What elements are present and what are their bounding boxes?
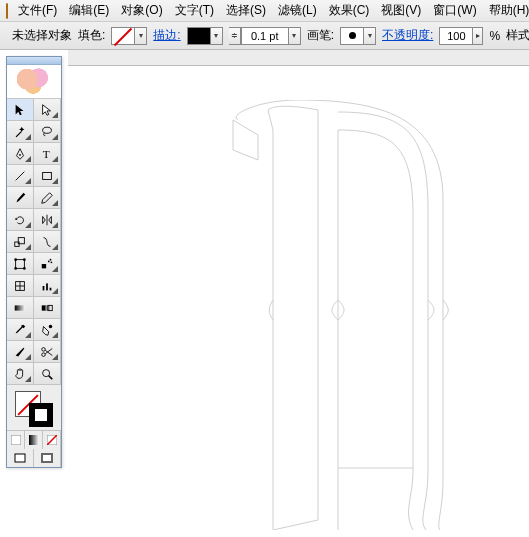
flower-icon [11,68,57,96]
opacity-field[interactable] [439,27,473,45]
line-tool[interactable] [7,165,34,187]
svg-rect-20 [46,283,48,290]
svg-rect-12 [42,264,46,268]
opacity-flyout-icon[interactable]: ▸ [473,27,483,45]
menu-bar: 文件(F) 编辑(E) 对象(O) 文字(T) 选择(S) 滤镜(L) 效果(C… [0,0,529,22]
stroke-link[interactable]: 描边: [153,27,180,44]
svg-rect-4 [43,172,52,179]
menu-view[interactable]: 视图(V) [375,0,427,21]
svg-point-27 [42,347,46,351]
menu-edit[interactable]: 编辑(E) [63,0,115,21]
svg-point-11 [23,267,26,270]
graph-tool[interactable] [34,275,61,297]
svg-rect-32 [29,435,39,445]
options-bar: 未选择对象 填色: ▾ 描边: ▾ ≑ ▾ 画笔: ▾ 不透明度: ▸ % 样式 [0,22,529,50]
stroke-weight-stepper-icon[interactable]: ≑ [229,27,241,45]
mesh-tool[interactable] [7,275,34,297]
magic-wand-tool[interactable] [7,121,34,143]
screen-mode-full[interactable] [34,449,61,467]
svg-rect-22 [15,305,26,310]
stroke-indicator[interactable] [29,403,53,427]
paintbrush-tool[interactable] [7,187,34,209]
eyedropper-tool[interactable] [7,319,34,341]
canvas[interactable] [68,50,529,537]
menu-file[interactable]: 文件(F) [12,0,63,21]
menu-effect[interactable]: 效果(C) [323,0,376,21]
workspace [68,50,529,537]
svg-rect-7 [16,259,25,268]
lasso-tool[interactable] [34,121,61,143]
stroke-dropdown-icon[interactable]: ▾ [211,27,223,45]
warp-tool[interactable] [34,231,61,253]
fill-stroke-control[interactable] [7,385,61,431]
symbol-sprayer-tool[interactable] [34,253,61,275]
fill-label: 填色: [78,27,105,44]
svg-point-0 [43,127,52,133]
menu-object[interactable]: 对象(O) [115,0,168,21]
screen-mode-normal[interactable] [7,449,34,467]
svg-point-13 [48,260,50,262]
welcome-artwork [7,65,61,99]
svg-point-28 [42,352,46,356]
svg-point-8 [14,258,17,261]
tool-grid: T [7,99,61,385]
menu-help[interactable]: 帮助(H) [483,0,529,21]
svg-rect-31 [11,435,21,445]
percent-suffix: % [489,29,500,43]
scissors-tool[interactable] [34,341,61,363]
scale-tool[interactable] [7,231,34,253]
svg-rect-19 [43,286,45,290]
toolbox-titlebar[interactable] [7,57,61,65]
selection-tool[interactable] [7,99,34,121]
svg-point-14 [50,258,52,260]
menu-type[interactable]: 文字(T) [169,0,220,21]
rotate-tool[interactable] [7,209,34,231]
color-mode-gradient[interactable] [25,431,43,449]
slice-tool[interactable] [7,341,34,363]
artwork-path[interactable] [218,100,458,530]
direct-selection-tool[interactable] [34,99,61,121]
reflect-tool[interactable] [34,209,61,231]
free-transform-tool[interactable] [7,253,34,275]
style-label: 样式 [506,27,529,44]
ruler-top[interactable] [68,50,529,66]
live-paint-tool[interactable] [34,319,61,341]
selection-status-label: 未选择对象 [12,27,72,44]
pen-tool[interactable] [7,143,34,165]
svg-point-29 [43,369,50,376]
color-mode-none[interactable] [43,431,61,449]
color-mode-row [7,431,61,449]
brush-preview[interactable] [340,27,364,45]
color-mode-plain[interactable] [7,431,25,449]
opacity-link[interactable]: 不透明度: [382,27,433,44]
zoom-tool[interactable] [34,363,61,385]
menu-filter[interactable]: 滤镜(L) [272,0,323,21]
dot-icon [349,32,356,39]
gradient-tool[interactable] [7,297,34,319]
pencil-tool[interactable] [34,187,61,209]
toolbox-panel[interactable]: T [6,56,62,468]
brush-dropdown-icon[interactable]: ▾ [364,27,376,45]
stroke-swatch[interactable] [187,27,211,45]
svg-text:T: T [43,148,50,160]
brush-label: 画笔: [307,27,334,44]
screen-mode-row [7,449,61,467]
blend-tool[interactable] [34,297,61,319]
svg-point-10 [14,267,17,270]
menu-select[interactable]: 选择(S) [220,0,272,21]
fill-dropdown-icon[interactable]: ▾ [135,27,147,45]
fill-swatch[interactable] [111,27,135,45]
svg-point-9 [23,258,26,261]
stroke-weight-dropdown-icon[interactable]: ▾ [289,27,301,45]
app-icon [6,3,8,19]
menu-window[interactable]: 窗口(W) [427,0,482,21]
svg-rect-35 [15,454,25,462]
rectangle-tool[interactable] [34,165,61,187]
svg-rect-21 [50,287,52,290]
svg-line-30 [49,375,53,379]
type-tool[interactable]: T [34,143,61,165]
svg-point-1 [19,154,21,156]
svg-point-26 [49,324,53,328]
hand-tool[interactable] [7,363,34,385]
stroke-weight-field[interactable] [241,27,289,45]
